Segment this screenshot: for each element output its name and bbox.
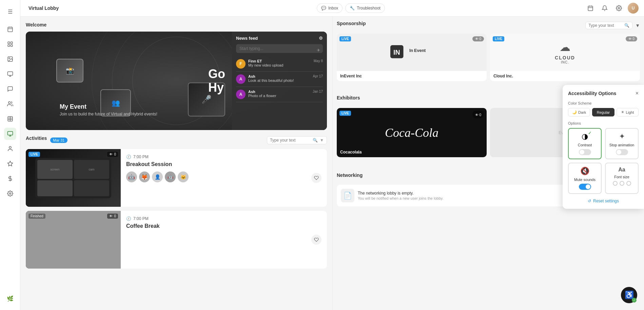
main-content: Virtual Lobby 💬 Inbox 🔧 Troubleshoot: [20, 0, 644, 310]
sidebar-item-audience[interactable]: [4, 143, 16, 155]
exhibitor-card-0[interactable]: Coca-Cola LIVE 👁 0 Cocacolala: [337, 108, 487, 157]
welcome-section-title: Welcome: [26, 22, 327, 28]
reset-settings-button[interactable]: ↺ Reset settings: [568, 199, 639, 203]
welcome-banner: 📸 👥 🎤 My Event Join us to build the futu…: [26, 32, 327, 130]
banner-title: GoHy: [208, 67, 225, 94]
svg-text:IN: IN: [393, 49, 400, 56]
sidebar-item-monitor[interactable]: [4, 128, 16, 140]
sponsorship-title: Sponsorship: [337, 21, 366, 26]
networking-title: Networking: [337, 172, 363, 178]
sidebar-item-screen[interactable]: [4, 68, 16, 80]
font-size-radio-group: [613, 181, 631, 186]
sidebar-item-photo[interactable]: [4, 53, 16, 65]
sidebar-item-leaf[interactable]: 🌿: [4, 292, 16, 305]
sidebar-item-people[interactable]: [4, 98, 16, 110]
news-feed-input[interactable]: [236, 44, 323, 53]
message-icon: 💬: [321, 6, 326, 11]
activity-info-0: 🕖 7:00 PM Breakout Session 🤖 🦊 👤 🤖 🐱: [121, 149, 327, 207]
participant-avatar-3: 🤖: [165, 171, 176, 182]
sidebar-item-gear[interactable]: [4, 187, 16, 200]
accessibility-fab[interactable]: ♿ ✓: [621, 287, 637, 303]
calendar-icon-btn[interactable]: [585, 3, 596, 14]
help-icon: 🔧: [350, 6, 355, 11]
svg-text:Event: Event: [414, 48, 426, 53]
stop-animation-icon: ✦: [619, 132, 625, 141]
news-date-1: Apr 17: [313, 74, 323, 78]
news-msg-0: My new video upload: [248, 63, 311, 67]
sponsor-search-input[interactable]: [588, 23, 622, 28]
sponsor-card-1[interactable]: ☁ CLOUD INC. LIVE 👁 0 Cloud Inc.: [490, 34, 640, 81]
stop-animation-option-card[interactable]: ✦ Stop animation: [605, 128, 639, 159]
contrast-option-card[interactable]: ◑ ✓ Contrast: [568, 128, 602, 159]
news-input-container: ✈: [236, 44, 323, 56]
troubleshoot-button[interactable]: 🔧 Troubleshoot: [345, 3, 385, 13]
sponsor-img-0: IN In Event: [337, 34, 487, 71]
contrast-icon-container: ◑ ✓: [582, 132, 588, 141]
news-item-0: F Finn ET My new video upload May 8: [236, 56, 323, 72]
font-size-large[interactable]: [626, 181, 631, 186]
news-date-0: May 8: [314, 59, 323, 63]
header-icons: U: [585, 3, 639, 14]
stop-animation-toggle-track[interactable]: [616, 149, 628, 155]
participant-avatar-4: 🐱: [178, 171, 189, 182]
scheme-regular-button[interactable]: Regular: [592, 108, 614, 116]
sponsor-grid: IN In Event LIVE 👁 0 InEvent Inc: [337, 34, 640, 81]
networking-doc-icon: 📄: [341, 189, 354, 202]
contrast-toggle-track[interactable]: [579, 149, 591, 155]
news-name-1: Ash: [248, 74, 310, 78]
mute-sounds-option-card[interactable]: 🔇 Mute sounds: [568, 163, 602, 194]
coca-cola-logo: Coca-Cola: [385, 126, 438, 140]
font-size-small[interactable]: [613, 181, 618, 186]
mute-toggle[interactable]: [579, 184, 591, 190]
contrast-toggle[interactable]: [579, 149, 591, 155]
contrast-toggle-thumb: [580, 150, 584, 154]
sidebar-item-calendar[interactable]: [4, 23, 16, 35]
options-grid: ◑ ✓ Contrast ✦ Stop animation 🔇 Mute s: [568, 128, 639, 194]
bell-icon-btn[interactable]: [599, 3, 610, 14]
svg-point-21: [9, 146, 11, 148]
user-avatar[interactable]: U: [628, 3, 639, 14]
banner-event-info: My Event Join us to build the future of …: [60, 103, 157, 116]
settings-icon-btn[interactable]: [613, 3, 624, 14]
scheme-light-button[interactable]: ☀ Light: [617, 108, 639, 116]
filter-icon[interactable]: ▼: [320, 138, 324, 143]
scheme-dark-button[interactable]: 🌙 Dark: [568, 108, 590, 116]
stop-animation-label: Stop animation: [609, 143, 634, 147]
sponsorship-controls: 🔍 ▼: [585, 22, 640, 29]
mute-toggle-track[interactable]: [579, 184, 591, 190]
news-content-2: Ash Photo of a flower: [248, 90, 310, 98]
news-avatar-1: A: [236, 74, 246, 84]
sidebar-item-dollar[interactable]: [4, 172, 16, 185]
activity-thumb-0: screen cam LIVE 👁 0: [26, 149, 121, 207]
sponsor-img-1: ☁ CLOUD INC.: [490, 34, 640, 71]
news-msg-2: Photo of a flower: [248, 94, 310, 98]
mute-sounds-label: Mute sounds: [574, 178, 596, 182]
svg-marker-22: [7, 161, 13, 166]
activities-search-input[interactable]: [270, 138, 311, 143]
sidebar-item-star[interactable]: [4, 158, 16, 170]
sponsor-search-bar: 🔍: [585, 22, 632, 29]
activities-date-badge: Mar 31: [50, 138, 67, 143]
inbox-button[interactable]: 💬 Inbox: [317, 3, 343, 13]
activities-header: Activities Mar 31 🔍 ▼: [26, 135, 327, 145]
sidebar-menu-icon[interactable]: ☰: [4, 5, 16, 18]
sponsor-card-0[interactable]: IN In Event LIVE 👁 0 InEvent Inc: [337, 34, 487, 81]
activity-name-0: Breakout Session: [126, 161, 321, 167]
stop-animation-toggle[interactable]: [616, 149, 628, 155]
font-size-option-card[interactable]: Aa Font size: [605, 163, 639, 194]
search-icon: 🔍: [313, 138, 318, 143]
sponsor-filter-icon[interactable]: ▼: [635, 23, 640, 28]
sidebar-item-table[interactable]: [4, 113, 16, 125]
stop-animation-toggle-thumb: [617, 150, 621, 154]
sidebar-item-list[interactable]: [4, 38, 16, 50]
svg-rect-18: [7, 131, 13, 135]
bookmark-btn-1[interactable]: [311, 235, 321, 245]
event-subtitle: Join us to build the future of Virtual a…: [60, 112, 157, 116]
options-label: Options: [568, 121, 639, 125]
font-size-medium[interactable]: [620, 181, 624, 186]
exhibitor-live-badge-0: LIVE: [339, 111, 351, 116]
panel-close-button[interactable]: ×: [636, 90, 639, 96]
bookmark-btn-0[interactable]: [311, 173, 321, 183]
news-feed-settings-icon[interactable]: ⚙: [319, 36, 323, 41]
sidebar-item-messages[interactable]: [4, 83, 16, 95]
